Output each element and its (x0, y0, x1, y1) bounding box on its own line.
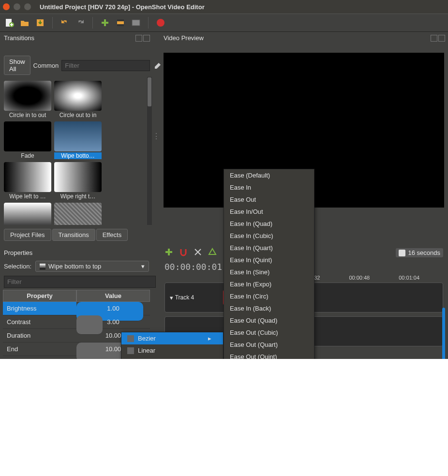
transition-item[interactable]: Circle in to out (4, 81, 51, 119)
ease-option[interactable]: Ease In (Circ) (224, 290, 314, 302)
profile-icon[interactable] (115, 17, 126, 28)
panel-splitter[interactable] (153, 32, 160, 240)
export-icon[interactable] (155, 17, 166, 28)
redo-icon[interactable] (75, 17, 86, 28)
property-row-contrast[interactable]: Contrast 3.00 (3, 315, 150, 329)
ease-option[interactable]: Ease In (224, 181, 314, 193)
property-row-brightness[interactable]: Brightness 1.00 (3, 302, 150, 315)
keyframe-context-menu: Bezier▸LinearConstantRemove Keyframe (121, 332, 224, 359)
ease-option[interactable]: Ease In (Quart) (224, 242, 314, 254)
ease-option[interactable]: Ease (Default) (224, 169, 314, 181)
ctx-item-constant[interactable]: Constant (121, 357, 223, 359)
ease-option[interactable]: Ease In (Back) (224, 302, 314, 314)
ease-option[interactable]: Ease Out (Quint) (224, 351, 314, 359)
submenu-arrow-icon: ▸ (208, 335, 211, 342)
preview-panel-title: Video Preview (160, 32, 448, 44)
ease-option[interactable]: Ease Out (Quart) (224, 339, 314, 351)
tab-effects[interactable]: Effects (96, 229, 128, 241)
ease-option[interactable]: Ease In/Out (224, 206, 314, 218)
transitions-scrollbar[interactable] (147, 77, 152, 225)
svg-rect-5 (117, 24, 124, 26)
transition-item-selected[interactable]: Wipe botto… (54, 121, 102, 159)
show-all-button[interactable]: Show All (4, 56, 30, 75)
open-project-icon[interactable] (19, 17, 30, 28)
timeline-vscrollbar[interactable] (442, 308, 445, 359)
window-minimize-button[interactable] (14, 3, 20, 10)
transition-item[interactable] (4, 203, 51, 225)
value-header: Value (76, 290, 150, 302)
transition-item[interactable]: Wipe left to … (4, 162, 51, 200)
window-close-button[interactable] (3, 3, 10, 10)
window-title: Untitled Project [HDV 720 24p] - OpenSho… (40, 3, 205, 11)
left-panel-tabs: Project Files Transitions Effects (0, 227, 153, 243)
tab-transitions[interactable]: Transitions (52, 229, 95, 241)
ease-option[interactable]: Ease Out (224, 193, 314, 206)
save-project-icon[interactable] (35, 17, 45, 28)
ease-option[interactable]: Ease In (Quint) (224, 254, 314, 266)
panel-close-icon[interactable] (143, 35, 150, 42)
properties-filter-input[interactable] (4, 276, 156, 288)
panel-float-icon[interactable] (431, 35, 437, 42)
properties-panel-title: Properties (0, 247, 153, 259)
ease-option[interactable]: Ease In (Sine) (224, 266, 314, 278)
svg-rect-6 (132, 20, 140, 26)
interpolation-icon (127, 335, 134, 342)
selection-label: Selection: (4, 263, 31, 270)
main-area: Transitions Show All Common Circle in to… (0, 32, 448, 359)
undo-icon[interactable] (60, 17, 70, 28)
new-project-icon[interactable] (4, 17, 15, 28)
transition-item[interactable] (54, 203, 102, 225)
panel-float-icon[interactable] (135, 35, 142, 42)
transitions-panel-title: Transitions (0, 32, 153, 44)
zoom-indicator[interactable]: 16 seconds (396, 248, 444, 257)
tab-project-files[interactable]: Project Files (4, 229, 51, 241)
razor-icon[interactable] (194, 248, 202, 258)
transition-item[interactable]: Fade (4, 121, 51, 159)
titlebar: Untitled Project [HDV 720 24p] - OpenSho… (0, 0, 448, 14)
property-header: Property (3, 290, 76, 302)
snap-icon[interactable] (179, 248, 188, 258)
transitions-filter-input[interactable] (61, 60, 150, 71)
ease-option[interactable]: Ease Out (Cubic) (224, 327, 314, 339)
svg-rect-4 (117, 19, 124, 21)
interpolation-icon (127, 347, 134, 354)
selection-combo[interactable]: Wipe bottom to top ▾ (35, 261, 149, 272)
transition-item[interactable]: Wipe right t… (54, 162, 102, 200)
ease-option[interactable]: Ease In (Cubic) (224, 230, 314, 242)
transitions-filter-row: Show All Common (0, 54, 153, 77)
fullscreen-icon[interactable] (131, 17, 141, 28)
add-track-icon[interactable] (164, 248, 173, 258)
main-toolbar (0, 14, 448, 32)
ease-option[interactable]: Ease In (Expo) (224, 278, 314, 290)
bezier-ease-submenu: Ease (Default)Ease InEase OutEase In/Out… (224, 169, 314, 359)
ease-option[interactable]: Ease Out (Quad) (224, 314, 314, 327)
marker-icon[interactable] (208, 248, 217, 258)
window-maximize-button[interactable] (24, 3, 31, 10)
svg-point-7 (157, 19, 164, 27)
ctx-item-linear[interactable]: Linear (121, 344, 223, 357)
ctx-item-bezier[interactable]: Bezier▸ (121, 332, 223, 344)
panel-close-icon[interactable] (438, 35, 445, 42)
common-button[interactable]: Common (33, 62, 59, 69)
left-panel: Transitions Show All Common Circle in to… (0, 32, 153, 356)
transition-item[interactable]: Circle out to in (54, 81, 102, 119)
ease-option[interactable]: Ease In (Quad) (224, 218, 314, 230)
track-expand-icon[interactable]: ▾ (170, 294, 173, 301)
app-window: Untitled Project [HDV 720 24p] - OpenSho… (0, 0, 448, 359)
import-files-icon[interactable] (100, 17, 110, 28)
transitions-grid: Circle in to out Circle out to in Fade W… (0, 77, 153, 225)
